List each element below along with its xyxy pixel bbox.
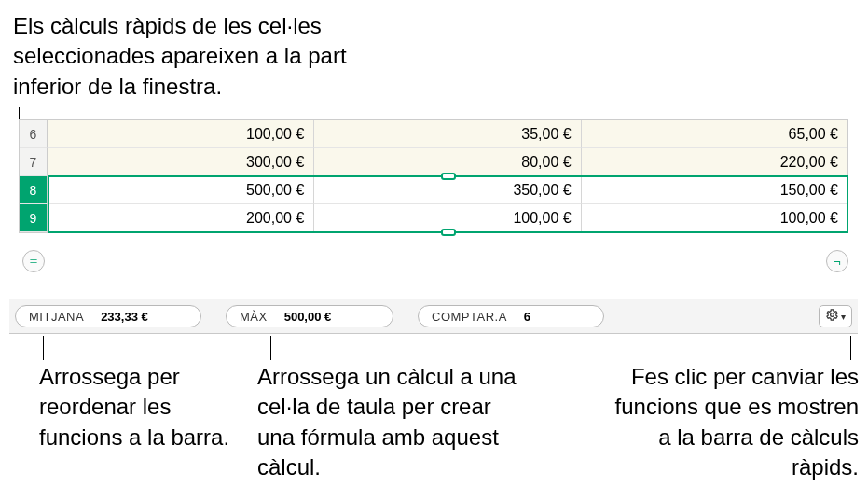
cell[interactable]: 150,00 € xyxy=(582,176,847,204)
quick-calc-value: 6 xyxy=(524,310,530,324)
cell[interactable]: 220,00 € xyxy=(582,148,847,176)
table-row[interactable]: 8 500,00 € 350,00 € 150,00 € xyxy=(20,176,847,204)
callout-left-line xyxy=(43,336,44,360)
quick-calc-pill-mitjana[interactable]: MITJANA 233,33 € xyxy=(15,305,201,327)
quick-calc-settings-button[interactable]: ▾ xyxy=(819,305,852,327)
callout-top: Els càlculs ràpids de les cel·les selecc… xyxy=(13,11,414,102)
quick-calc-pill-max[interactable]: MÀX 500,00 € xyxy=(226,305,393,327)
quick-calc-name: MITJANA xyxy=(29,310,84,324)
quick-calc-value: 233,33 € xyxy=(101,310,148,324)
callout-left: Arrossega per reordenar les funcions a l… xyxy=(39,362,235,452)
resize-corner-button[interactable]: ⌐ xyxy=(826,250,848,272)
cell[interactable]: 500,00 € xyxy=(48,176,314,204)
quick-calc-value: 500,00 € xyxy=(284,310,332,324)
row-header[interactable]: 8 xyxy=(20,176,48,204)
equals-button[interactable]: ＝ xyxy=(22,250,45,272)
spreadsheet-table: 6 100,00 € 35,00 € 65,00 € 7 300,00 € 80… xyxy=(19,119,848,233)
quick-calc-name: COMPTAR.A xyxy=(432,310,507,324)
callout-right: Fes clic per canviar les funcions que es… xyxy=(602,362,859,483)
cell[interactable]: 350,00 € xyxy=(314,176,581,204)
table-row[interactable]: 9 200,00 € 100,00 € 100,00 € xyxy=(20,204,847,232)
callout-right-line xyxy=(850,336,851,360)
quick-calc-bar: MITJANA 233,33 € MÀX 500,00 € COMPTAR.A … xyxy=(9,299,858,334)
row-header[interactable]: 6 xyxy=(20,120,48,148)
callout-middle: Arrossega un càlcul a una cel·la de taul… xyxy=(257,362,518,483)
gear-icon xyxy=(825,308,839,326)
cell[interactable]: 80,00 € xyxy=(314,148,581,176)
cell[interactable]: 100,00 € xyxy=(48,120,314,148)
quick-calc-name: MÀX xyxy=(240,310,268,324)
callout-top-line xyxy=(19,107,20,120)
cell[interactable]: 100,00 € xyxy=(582,204,847,232)
cell[interactable]: 200,00 € xyxy=(48,204,314,232)
svg-point-0 xyxy=(831,313,834,316)
quick-calc-pill-comptara[interactable]: COMPTAR.A 6 xyxy=(418,305,604,327)
cell[interactable]: 35,00 € xyxy=(314,120,581,148)
chevron-down-icon: ▾ xyxy=(841,312,846,322)
row-header[interactable]: 9 xyxy=(20,204,48,232)
table-row[interactable]: 7 300,00 € 80,00 € 220,00 € xyxy=(20,148,847,176)
cell[interactable]: 100,00 € xyxy=(314,204,581,232)
cell[interactable]: 300,00 € xyxy=(48,148,314,176)
cell[interactable]: 65,00 € xyxy=(582,120,847,148)
callout-middle-line xyxy=(270,336,271,360)
table-row[interactable]: 6 100,00 € 35,00 € 65,00 € xyxy=(20,120,847,148)
row-header[interactable]: 7 xyxy=(20,148,48,176)
